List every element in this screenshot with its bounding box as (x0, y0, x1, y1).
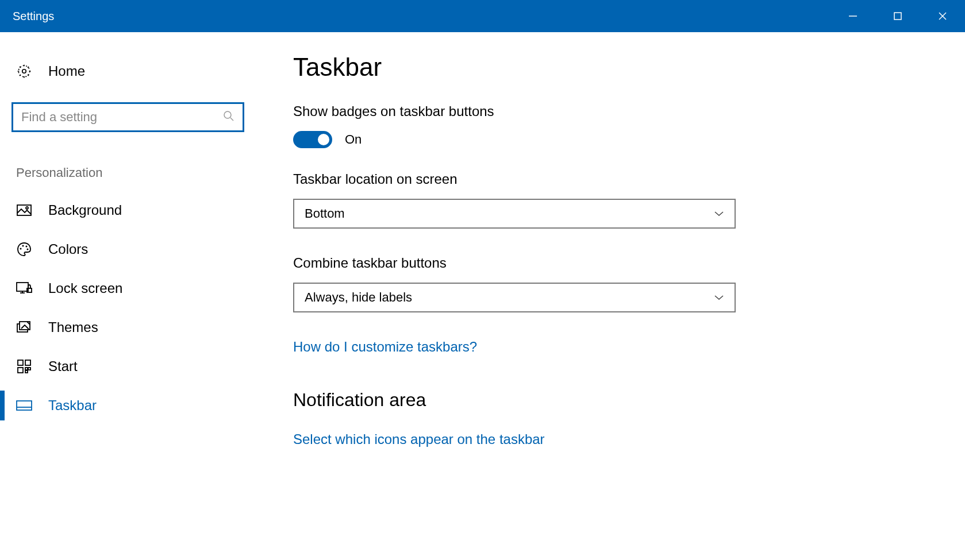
section-header: Personalization (11, 160, 276, 191)
taskbar-icon (16, 400, 32, 411)
search-input[interactable] (21, 110, 223, 125)
sidebar-item-taskbar[interactable]: Taskbar (11, 386, 276, 425)
maximize-icon (893, 11, 903, 21)
sidebar-item-label: Lock screen (48, 280, 122, 296)
sidebar-item-background[interactable]: Background (11, 191, 276, 230)
close-button[interactable] (920, 0, 965, 32)
minimize-button[interactable] (831, 0, 875, 32)
themes-icon (16, 320, 32, 334)
titlebar: Settings (0, 0, 965, 32)
svg-point-6 (224, 111, 231, 118)
toggle-knob (318, 134, 329, 145)
svg-rect-23 (25, 368, 28, 370)
home-button[interactable]: Home (11, 55, 276, 87)
svg-rect-1 (894, 13, 901, 20)
sidebar-item-label: Background (48, 202, 122, 218)
window-title: Settings (0, 10, 54, 23)
sidebar-item-label: Taskbar (48, 397, 97, 414)
badges-toggle-state: On (345, 132, 362, 147)
palette-icon (16, 242, 32, 257)
combine-label: Combine taskbar buttons (293, 255, 942, 271)
svg-point-13 (27, 249, 29, 250)
location-label: Taskbar location on screen (293, 171, 942, 187)
badges-toggle-row: On (293, 131, 942, 148)
chevron-down-icon (714, 292, 724, 303)
svg-rect-20 (18, 360, 23, 365)
svg-rect-25 (25, 370, 28, 373)
svg-rect-22 (18, 368, 23, 373)
svg-point-12 (26, 246, 28, 248)
combine-dropdown[interactable]: Always, hide labels (293, 283, 736, 312)
picture-icon (16, 204, 32, 216)
badges-toggle[interactable] (293, 131, 332, 148)
sidebar-item-start[interactable]: Start (11, 347, 276, 386)
svg-point-9 (26, 207, 28, 209)
lock-screen-icon (16, 282, 32, 295)
svg-rect-21 (25, 360, 30, 365)
gear-icon (16, 64, 32, 79)
sidebar-item-label: Colors (48, 241, 88, 257)
location-dropdown[interactable]: Bottom (293, 199, 736, 229)
start-icon (16, 360, 32, 373)
svg-rect-24 (28, 368, 30, 370)
search-icon (223, 110, 234, 124)
svg-rect-8 (17, 205, 31, 215)
sidebar-item-colors[interactable]: Colors (11, 230, 276, 269)
notification-heading: Notification area (293, 389, 942, 411)
main-content: Taskbar Show badges on taskbar buttons O… (276, 32, 965, 560)
badges-label: Show badges on taskbar buttons (293, 103, 942, 119)
sidebar-item-label: Themes (48, 319, 98, 335)
close-icon (937, 11, 948, 21)
svg-point-10 (20, 248, 22, 250)
svg-point-4 (22, 69, 26, 74)
notification-icons-link[interactable]: Select which icons appear on the taskbar (293, 431, 942, 447)
sidebar: Home Personalization Background (0, 32, 276, 560)
svg-point-11 (22, 245, 24, 247)
sidebar-item-themes[interactable]: Themes (11, 308, 276, 347)
help-link[interactable]: How do I customize taskbars? (293, 339, 942, 355)
location-value: Bottom (305, 206, 345, 221)
combine-value: Always, hide labels (305, 290, 412, 305)
chevron-down-icon (714, 208, 724, 219)
window-controls (831, 0, 965, 32)
svg-rect-26 (17, 401, 32, 410)
svg-rect-14 (17, 283, 28, 291)
home-label: Home (48, 63, 85, 79)
maximize-button[interactable] (875, 0, 920, 32)
sidebar-item-lock-screen[interactable]: Lock screen (11, 269, 276, 308)
page-title: Taskbar (293, 53, 942, 82)
minimize-icon (848, 11, 858, 21)
svg-line-7 (230, 118, 233, 121)
search-box[interactable] (11, 102, 244, 132)
sidebar-item-label: Start (48, 358, 78, 374)
